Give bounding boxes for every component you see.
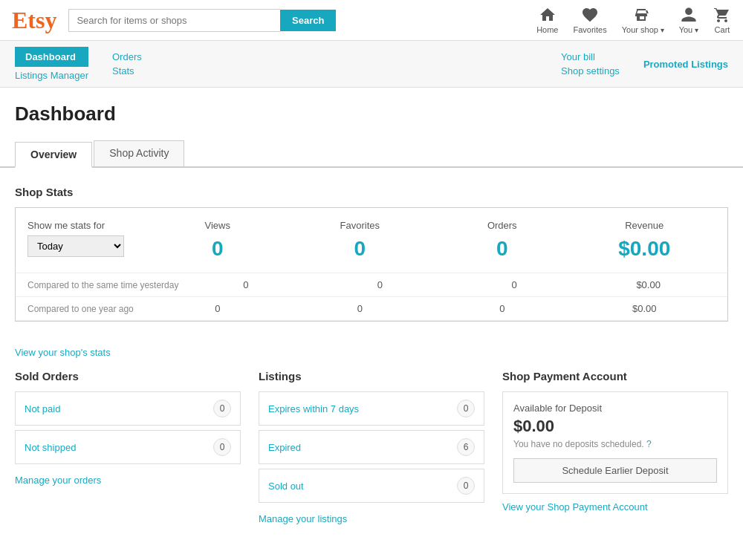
sold-not-shipped-row: Not shipped 0 [15,430,241,464]
nav-home[interactable]: Home [536,6,558,34]
payment-note-link[interactable]: ? [646,439,652,449]
sold-not-shipped-count: 0 [213,438,231,456]
show-stats-label: Show me stats for [27,220,146,231]
listings-sold-out-label[interactable]: Sold out [268,481,304,492]
listings-expires-row: Expires within 7 days 0 [259,391,484,426]
nav-stats[interactable]: Stats [112,65,142,76]
nav-group-promoted: Promoted Listings [643,59,728,70]
stats-cmp1-revenue: $0.00 [619,279,678,290]
stats-views-label: Views [188,220,247,231]
search-button[interactable]: Search [280,10,336,31]
stats-compare-label-1: Compared to the same time yesterday [27,280,178,290]
shop-stats-section: Shop Stats Show me stats for Today Yeste… [15,186,728,358]
stats-favorites-value: 0 [330,237,389,261]
sold-orders-title: Sold Orders [15,370,241,382]
stats-cmp1-views: 0 [216,279,276,290]
payment-note: You have no deposits scheduled. ? [513,439,717,449]
nav-shop-settings[interactable]: Shop settings [561,65,620,76]
shop-icon [634,6,652,24]
page-title-area: Dashboard [0,88,743,126]
listings-expired-row: Expired 6 [259,430,484,464]
sold-not-paid-row: Not paid 0 [15,391,241,426]
stats-compare-label-2: Compared to one year ago [27,304,146,314]
logo[interactable]: Etsy [12,7,56,34]
payment-available-label: Available for Deposit [513,403,717,414]
stats-favorites-label: Favorites [330,220,389,231]
nav-cart[interactable]: Cart [713,6,731,34]
stats-orders-label: Orders [473,220,532,231]
listings-section: Listings Expires within 7 days 0 Expired… [259,370,484,524]
home-icon [539,6,557,24]
header-nav: Home Favorites Your shop You Cart [536,6,731,34]
stats-col-revenue: Revenue $0.00 [614,220,674,261]
nav-group-settings: Your bill Shop settings [561,51,620,76]
cart-icon [713,6,731,24]
search-input[interactable] [68,9,280,32]
nav-bar: Dashboard Listings Manager Orders Stats … [0,41,743,88]
stats-control: Show me stats for Today Yesterday Last 7… [27,220,146,257]
listings-expired-label[interactable]: Expired [268,442,301,453]
listings-sold-out-count: 0 [457,477,475,495]
stats-col-views: Views 0 [188,220,247,261]
listings-expires-count: 0 [457,400,475,417]
stats-cmp2-orders: 0 [473,303,532,314]
nav-you[interactable]: You [679,6,698,34]
stats-compare-row-1: Compared to the same time yesterday 0 0 … [16,273,727,297]
stats-col-favorites: Favorites 0 [330,220,389,261]
view-stats-link[interactable]: View your shop's stats [15,347,111,358]
stats-cmp2-favorites: 0 [330,303,389,314]
stats-cmp1-orders: 0 [484,279,544,290]
nav-you-label: You [679,25,698,34]
shop-stats-title: Shop Stats [15,186,728,198]
nav-orders[interactable]: Orders [112,51,142,62]
payment-box: Available for Deposit $0.00 You have no … [502,391,728,494]
nav-favorites-label: Favorites [573,25,606,34]
manage-listings-link[interactable]: Manage your listings [259,513,347,524]
tab-overview[interactable]: Overview [15,142,92,168]
three-cols: Sold Orders Not paid 0 Not shipped 0 Man… [15,370,728,524]
tabs-bar: Overview Shop Activity [0,126,743,168]
heart-icon [581,6,599,24]
sold-not-shipped-label[interactable]: Not shipped [25,442,76,453]
nav-favorites[interactable]: Favorites [573,6,606,34]
header: Etsy Search Home Favorites Your shop You… [0,0,743,41]
search-bar: Search [68,9,336,32]
tab-shop-activity[interactable]: Shop Activity [94,140,184,166]
payment-amount: $0.00 [513,417,717,436]
listings-expires-label[interactable]: Expires within 7 days [268,403,359,414]
nav-home-label: Home [536,25,558,34]
stats-views-value: 0 [188,237,247,261]
stats-cmp2-views: 0 [188,303,247,314]
stats-revenue-label: Revenue [614,220,674,231]
user-icon [680,6,698,24]
stats-compare-vals-2: 0 0 0 $0.00 [146,303,716,314]
stats-box: Show me stats for Today Yesterday Last 7… [15,207,728,322]
main-content: Shop Stats Show me stats for Today Yeste… [0,168,743,542]
nav-dashboard[interactable]: Dashboard [15,47,88,67]
stats-cmp1-favorites: 0 [350,279,409,290]
sold-not-paid-label[interactable]: Not paid [25,403,60,414]
manage-orders-link[interactable]: Manage your orders [15,475,101,486]
nav-your-bill[interactable]: Your bill [561,51,620,62]
stats-cmp2-revenue: $0.00 [614,303,674,314]
stats-compare-vals-1: 0 0 0 $0.00 [178,279,716,290]
stats-cols: Views 0 Favorites 0 Orders 0 Revenue $0.… [146,220,716,261]
payment-title: Shop Payment Account [502,370,728,382]
stats-compare-row-2: Compared to one year ago 0 0 0 $0.00 [16,297,727,321]
stats-col-orders: Orders 0 [473,220,532,261]
stats-period-select[interactable]: Today Yesterday Last 7 days Last 30 days [27,235,124,257]
page-title: Dashboard [15,102,116,126]
listings-sold-out-row: Sold out 0 [259,469,484,503]
listings-title: Listings [259,370,484,382]
payment-section: Shop Payment Account Available for Depos… [502,370,728,524]
nav-your-shop-label: Your shop [622,25,664,34]
nav-cart-label: Cart [715,25,730,34]
nav-promoted-listings[interactable]: Promoted Listings [643,59,728,70]
nav-listings-manager[interactable]: Listings Manager [15,70,88,81]
view-payment-link[interactable]: View your Shop Payment Account [502,501,648,512]
schedule-deposit-button[interactable]: Schedule Earlier Deposit [513,458,717,483]
sold-not-paid-count: 0 [213,400,231,417]
nav-your-shop[interactable]: Your shop [622,6,664,34]
sold-orders-section: Sold Orders Not paid 0 Not shipped 0 Man… [15,370,241,524]
stats-orders-value: 0 [473,237,532,261]
